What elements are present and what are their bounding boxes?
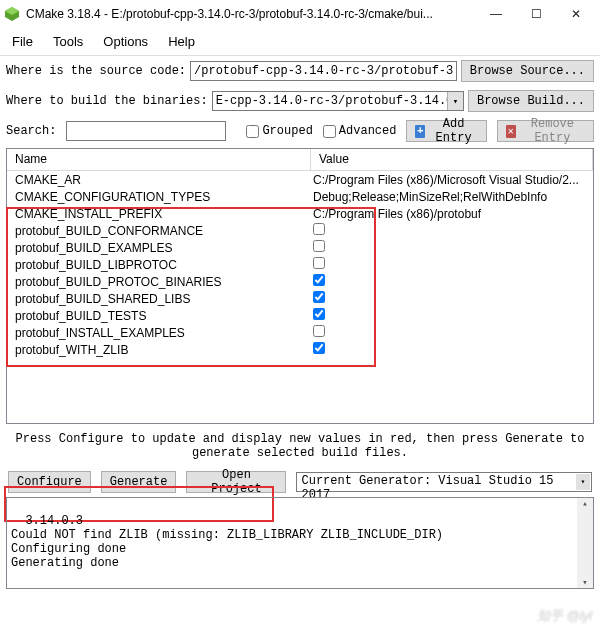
cell-value[interactable] xyxy=(311,274,593,289)
cell-value[interactable] xyxy=(311,325,593,340)
cell-value[interactable] xyxy=(311,257,593,272)
chevron-down-icon: ▾ xyxy=(576,474,590,490)
option-checkbox[interactable] xyxy=(313,325,325,337)
maximize-button[interactable]: ☐ xyxy=(516,1,556,27)
table-row[interactable]: protobuf_BUILD_LIBPROTOC xyxy=(7,256,593,273)
scroll-down-icon[interactable]: ▾ xyxy=(582,577,587,588)
cell-value[interactable] xyxy=(311,291,593,306)
cell-name: protobuf_BUILD_TESTS xyxy=(7,309,311,323)
log-text: 3.14.0.3 Could NOT find ZLIB (missing: Z… xyxy=(11,514,443,570)
title-bar: CMake 3.18.4 - E:/protobuf-cpp-3.14.0-rc… xyxy=(0,0,600,28)
cell-name: CMAKE_INSTALL_PREFIX xyxy=(7,207,311,221)
column-name[interactable]: Name xyxy=(7,149,311,170)
cell-name: CMAKE_AR xyxy=(7,173,311,187)
option-checkbox[interactable] xyxy=(313,342,325,354)
source-label: Where is the source code: xyxy=(6,64,186,78)
menu-options[interactable]: Options xyxy=(99,32,152,51)
close-button[interactable]: ✕ xyxy=(556,1,596,27)
plus-icon: + xyxy=(415,125,425,138)
option-checkbox[interactable] xyxy=(313,308,325,320)
build-combo[interactable]: ▾ xyxy=(212,91,464,111)
option-checkbox[interactable] xyxy=(313,291,325,303)
cell-name: protobuf_BUILD_LIBPROTOC xyxy=(7,258,311,272)
cell-name: protobuf_BUILD_SHARED_LIBS xyxy=(7,292,311,306)
scroll-up-icon[interactable]: ▴ xyxy=(582,498,587,509)
cell-name: protobuf_WITH_ZLIB xyxy=(7,343,311,357)
cell-name: protobuf_BUILD_PROTOC_BINARIES xyxy=(7,275,311,289)
cell-value[interactable] xyxy=(311,240,593,255)
option-checkbox[interactable] xyxy=(313,240,325,252)
table-row[interactable]: CMAKE_INSTALL_PREFIXC:/Program Files (x8… xyxy=(7,205,593,222)
cell-name: protobuf_BUILD_EXAMPLES xyxy=(7,241,311,255)
cell-name: CMAKE_CONFIGURATION_TYPES xyxy=(7,190,311,204)
configure-button[interactable]: Configure xyxy=(8,471,91,493)
browse-source-button[interactable]: Browse Source... xyxy=(461,60,594,82)
scrollbar[interactable]: ▴▾ xyxy=(577,498,593,588)
option-checkbox[interactable] xyxy=(313,274,325,286)
minimize-button[interactable]: — xyxy=(476,1,516,27)
watermark: 知乎 @lyl xyxy=(537,607,592,625)
table-row[interactable]: protobuf_BUILD_CONFORMANCE xyxy=(7,222,593,239)
cell-value[interactable] xyxy=(311,342,593,357)
column-value[interactable]: Value xyxy=(311,149,593,170)
cell-value[interactable]: C:/Program Files (x86)/Microsoft Visual … xyxy=(311,173,593,187)
search-row: Search: Grouped Advanced +Add Entry ✕Rem… xyxy=(0,116,600,146)
search-input[interactable] xyxy=(66,121,226,141)
browse-build-button[interactable]: Browse Build... xyxy=(468,90,594,112)
generate-button[interactable]: Generate xyxy=(101,471,177,493)
cell-name: protobuf_BUILD_CONFORMANCE xyxy=(7,224,311,238)
advanced-checkbox[interactable]: Advanced xyxy=(323,124,397,138)
menu-bar: File Tools Options Help xyxy=(0,28,600,56)
table-row[interactable]: protobuf_BUILD_TESTS xyxy=(7,307,593,324)
grouped-checkbox[interactable]: Grouped xyxy=(246,124,312,138)
cell-value[interactable] xyxy=(311,308,593,323)
table-row[interactable]: CMAKE_ARC:/Program Files (x86)/Microsoft… xyxy=(7,171,593,188)
cache-table: Name Value CMAKE_ARC:/Program Files (x86… xyxy=(6,148,594,424)
build-row: Where to build the binaries: ▾ Browse Bu… xyxy=(0,86,600,116)
build-input[interactable] xyxy=(212,91,464,111)
table-row[interactable]: protobuf_WITH_ZLIB xyxy=(7,341,593,358)
log-output[interactable]: 3.14.0.3 Could NOT find ZLIB (missing: Z… xyxy=(6,497,594,589)
generator-combo[interactable]: Current Generator: Visual Studio 15 2017… xyxy=(296,472,592,492)
cell-name: protobuf_INSTALL_EXAMPLES xyxy=(7,326,311,340)
table-row[interactable]: protobuf_BUILD_PROTOC_BINARIES xyxy=(7,273,593,290)
menu-tools[interactable]: Tools xyxy=(49,32,87,51)
window-title: CMake 3.18.4 - E:/protobuf-cpp-3.14.0-rc… xyxy=(26,7,476,21)
app-icon xyxy=(4,6,20,22)
cell-value[interactable]: Debug;Release;MinSizeRel;RelWithDebInfo xyxy=(311,190,593,204)
action-row: Configure Generate Open Project Current … xyxy=(0,467,600,497)
table-row[interactable]: protobuf_BUILD_SHARED_LIBS xyxy=(7,290,593,307)
source-input[interactable] xyxy=(190,61,457,81)
instruction-text: Press Configure to update and display ne… xyxy=(0,426,600,467)
x-icon: ✕ xyxy=(506,125,516,138)
option-checkbox[interactable] xyxy=(313,257,325,269)
menu-file[interactable]: File xyxy=(8,32,37,51)
option-checkbox[interactable] xyxy=(313,223,325,235)
build-label: Where to build the binaries: xyxy=(6,94,208,108)
table-row[interactable]: protobuf_INSTALL_EXAMPLES xyxy=(7,324,593,341)
cell-value[interactable] xyxy=(311,223,593,238)
open-project-button[interactable]: Open Project xyxy=(186,471,286,493)
table-row[interactable]: protobuf_BUILD_EXAMPLES xyxy=(7,239,593,256)
search-label: Search: xyxy=(6,124,56,138)
cell-value[interactable]: C:/Program Files (x86)/protobuf xyxy=(311,207,593,221)
menu-help[interactable]: Help xyxy=(164,32,199,51)
add-entry-button[interactable]: +Add Entry xyxy=(406,120,487,142)
remove-entry-button: ✕Remove Entry xyxy=(497,120,594,142)
source-row: Where is the source code: Browse Source.… xyxy=(0,56,600,86)
chevron-down-icon[interactable]: ▾ xyxy=(447,92,463,110)
table-row[interactable]: CMAKE_CONFIGURATION_TYPESDebug;Release;M… xyxy=(7,188,593,205)
